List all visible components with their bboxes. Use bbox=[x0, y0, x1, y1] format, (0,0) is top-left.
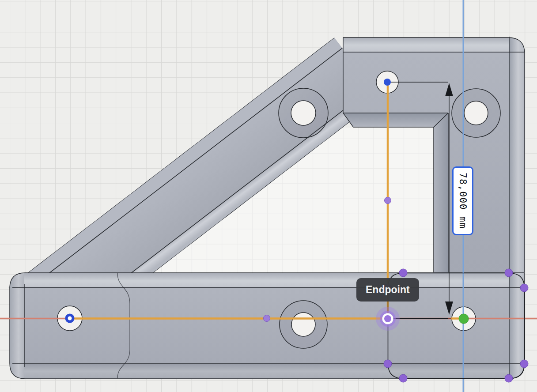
sketch-point-vertex[interactable] bbox=[399, 269, 407, 277]
sketch-point-vertex[interactable] bbox=[384, 360, 392, 368]
sketch-point-midpoint[interactable] bbox=[385, 197, 391, 204]
hole-edge[interactable] bbox=[291, 313, 315, 336]
cad-viewport[interactable]: 78,000 mm Endpoint bbox=[0, 0, 537, 392]
sketch-point-center-point[interactable] bbox=[384, 79, 391, 86]
sketch-point-vertex[interactable] bbox=[399, 374, 407, 382]
sketch-point-midpoint[interactable] bbox=[264, 315, 270, 322]
sketch-point-vertex[interactable] bbox=[520, 284, 528, 292]
sketch-point-origin-point[interactable] bbox=[459, 314, 469, 324]
hole-edge[interactable] bbox=[464, 101, 488, 125]
sketch-point-vertex[interactable] bbox=[520, 360, 528, 368]
sketch-point-vertex[interactable] bbox=[505, 269, 513, 277]
hole-edge[interactable] bbox=[291, 101, 316, 125]
sketch-point-fixed-point[interactable] bbox=[68, 317, 72, 320]
endpoint-tooltip: Endpoint bbox=[356, 278, 419, 302]
sketch-point-highlighted-endpoint[interactable] bbox=[384, 315, 391, 322]
dimension-value: 78,000 mm bbox=[458, 173, 468, 229]
sketch-point-vertex[interactable] bbox=[505, 374, 513, 382]
endpoint-tooltip-label: Endpoint bbox=[366, 284, 410, 295]
dimension-value-input[interactable]: 78,000 mm bbox=[452, 166, 473, 235]
